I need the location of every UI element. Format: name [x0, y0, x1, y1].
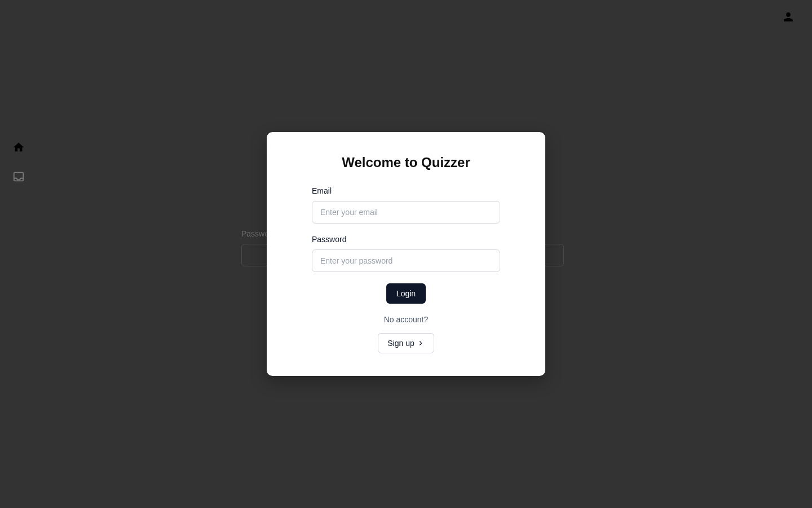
- signup-button[interactable]: Sign up: [378, 333, 434, 353]
- email-field[interactable]: [312, 201, 500, 224]
- signup-button-label: Sign up: [387, 339, 414, 348]
- login-modal: Welcome to Quizzer Email Password Login …: [267, 132, 545, 376]
- email-label: Email: [312, 186, 500, 195]
- no-account-text: No account?: [312, 315, 500, 324]
- password-group: Password: [312, 235, 500, 272]
- password-field[interactable]: [312, 249, 500, 272]
- login-button[interactable]: Login: [386, 283, 426, 304]
- password-label: Password: [312, 235, 500, 244]
- chevron-right-icon: [417, 339, 425, 347]
- modal-overlay: Welcome to Quizzer Email Password Login …: [0, 0, 812, 508]
- email-group: Email: [312, 186, 500, 224]
- modal-title: Welcome to Quizzer: [312, 155, 500, 170]
